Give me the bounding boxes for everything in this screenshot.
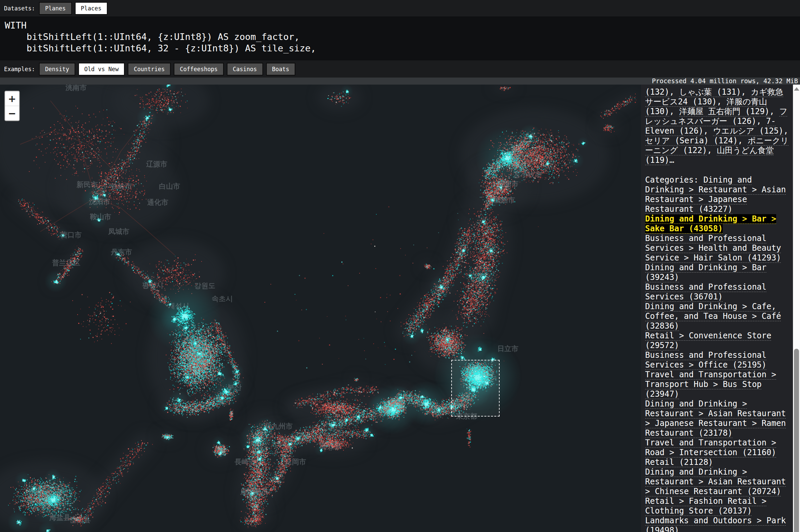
examples-button-group: DensityOld vs NewCountriesCoffeeshopsCas… [39,63,295,76]
map-zoom-control: + − [4,91,20,121]
category-link[interactable]: Dining and Drinking > Restaurant > Asian… [645,399,786,438]
datasets-button-group: PlanesPlaces [39,2,108,15]
category-link[interactable]: Business and Professional Services (3670… [645,282,766,301]
category-link[interactable]: Dining and Drinking > Bar (39243) [645,263,766,282]
categories-list: Categories: Dining and Drinking > Restau… [645,175,789,532]
place-link[interactable]: セリア (Seria) (124) [645,136,738,145]
category-link[interactable]: Retail (21128) [645,457,713,467]
category-link[interactable]: Retail > Convenience Store (29572) [645,331,771,350]
place-link[interactable]: 洋麺屋 五右衛門 (129) [679,107,769,116]
datasets-bar: Datasets: PlanesPlaces [0,0,800,16]
place-link[interactable]: ウエルシア (125) [713,126,784,136]
selection-rectangle [451,360,499,417]
place-link[interactable]: しゃぶ葉 (131) [679,87,741,97]
example-button-boats[interactable]: Boats [266,63,295,76]
scrollbar-thumb[interactable] [794,349,799,532]
category-link[interactable]: Travel and Transportation > Road > Inter… [645,438,776,457]
place-link[interactable]: (132) [645,87,669,97]
examples-bar: Examples: DensityOld vs NewCountriesCoff… [0,60,800,78]
category-link[interactable]: Retail > Fashion Retail > Clothing Store… [645,496,766,516]
zoom-out-button[interactable]: − [5,106,19,120]
datasets-label: Datasets: [4,5,35,12]
dataset-button-places[interactable]: Places [75,2,108,15]
category-link[interactable]: Business and Professional Services > Off… [645,350,766,369]
categories-label: Categories: [645,175,703,185]
sql-query-editor[interactable]: WITH bitShiftLeft(1::UInt64, {z:UInt8}) … [0,16,800,60]
example-button-old-vs-new[interactable]: Old vs New [78,63,125,76]
dataset-button-planes[interactable]: Planes [39,2,72,15]
status-bar: Processed 4.04 million rows, 42.32 MiB [0,78,800,84]
example-button-countries[interactable]: Countries [128,63,171,76]
category-link[interactable]: Travel and Transportation > Transport Hu… [645,370,776,399]
results-sidebar: (132), しゃぶ葉 (131), カギ救急サービス24 (130), 洋服の… [641,84,793,532]
example-button-coffeeshops[interactable]: Coffeeshops [174,63,224,76]
category-link[interactable]: Dining and Drinking > Cafe, Coffee, and … [645,302,781,330]
category-link[interactable]: Business and Professional Services > Hea… [645,234,781,263]
example-button-density[interactable]: Density [39,63,75,76]
category-link[interactable]: Dining and Drinking > Restaurant > Asian… [645,467,786,496]
sidebar-scrollbar[interactable] [793,84,800,532]
status-text: Processed 4.04 million rows, 42.32 MiB [652,77,798,84]
top-names-list: (132), しゃぶ葉 (131), カギ救急サービス24 (130), 洋服の… [645,87,789,165]
zoom-in-button[interactable]: + [5,91,19,106]
category-link-highlighted[interactable]: Dining and Drinking > Bar > Sake Bar (43… [645,214,776,233]
app-window: Datasets: PlanesPlaces WITH bitShiftLeft… [0,0,800,532]
category-link[interactable]: Landmarks and Outdoors > Park (19498) [645,516,786,532]
scrollbar-up-arrow-icon[interactable] [794,87,799,91]
example-button-casinos[interactable]: Casinos [227,63,263,76]
examples-label: Examples: [4,66,35,73]
